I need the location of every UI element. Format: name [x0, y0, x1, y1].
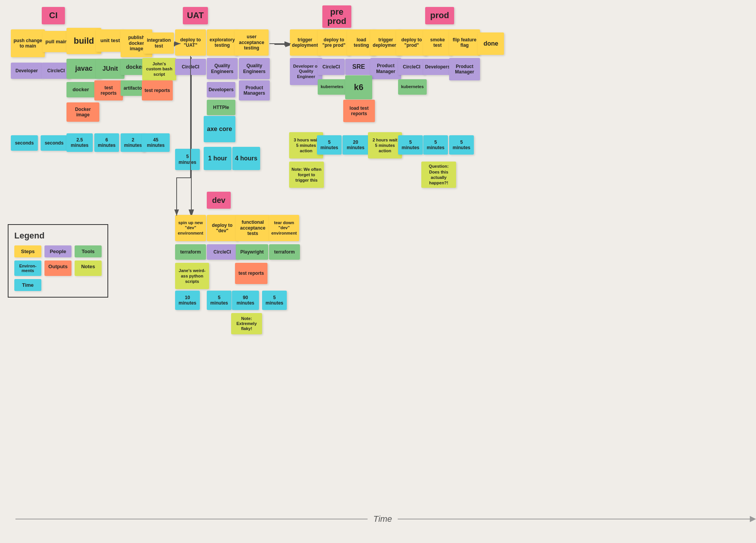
load-test-reports-sticky: load test reports	[343, 100, 375, 122]
junit-sticky: JUnit	[96, 59, 124, 79]
product-managers-sticky: Product Managers	[239, 80, 270, 100]
time-label: Time	[368, 514, 398, 524]
deploy-prod-sticky: deploy to "prod"	[396, 29, 427, 56]
axe-core-sticky: axe core	[204, 116, 235, 142]
legend-time: Time	[14, 279, 41, 291]
terraform-2-sticky: terraform	[269, 244, 300, 260]
developers-2-sticky: Developers	[423, 59, 452, 75]
dev-mins-10-sticky: 10 minutes	[175, 291, 200, 310]
section-preprod: preprod	[322, 5, 351, 28]
flow-arrows-svg	[0, 0, 756, 371]
unit-test-sticky: unit test	[96, 29, 124, 52]
legend-box: Legend Steps People Tools Environ-ments …	[8, 224, 108, 298]
circleci-1-sticky: CircleCI	[42, 63, 70, 79]
legend-tools: Tools	[75, 245, 102, 257]
circleci-3-sticky: CircleCI	[318, 59, 345, 75]
functional-tests-sticky: functional acceptance tests	[236, 215, 270, 241]
circleci-5-sticky: CircleCI	[207, 244, 238, 260]
spin-up-dev-sticky: spin up new "dev" environment	[175, 215, 206, 241]
preprod-mins-5b-sticky: 5 minutes	[398, 135, 423, 155]
janes-scripts-sticky: Jane's weird-ass python scripts	[175, 263, 209, 289]
preprod-mins-5d-sticky: 5 minutes	[449, 135, 474, 155]
time-line-2	[398, 519, 750, 519]
uat-hours-4-sticky: 4 hours	[232, 147, 260, 170]
legend-environments: Environ-ments	[14, 260, 41, 276]
time-axis: Time	[15, 510, 756, 528]
kubernetes-2-sticky: kubernetes	[398, 79, 427, 95]
deploy-dev-sticky: deploy to "dev"	[207, 215, 238, 241]
preprod-mins-5c-sticky: 5 minutes	[423, 135, 448, 155]
exploratory-testing-sticky: exploratory testing	[207, 29, 238, 56]
section-ci: CI	[42, 7, 65, 24]
flip-feature-flag-sticky: flip feature flag	[449, 29, 480, 56]
main-canvas: CI UAT preprod prod push change to main …	[0, 0, 756, 522]
quality-eng-2-sticky: Quality Engineers	[239, 58, 270, 79]
seconds-2-sticky: seconds	[41, 135, 68, 151]
tear-down-dev-sticky: tear down "dev" environment	[269, 215, 299, 241]
kubernetes-1-sticky: kubernetes	[318, 79, 346, 95]
httpie-sticky: HTTPIe	[207, 100, 235, 115]
preprod-time-2-sticky: 2 hours wait5 minutes action	[368, 132, 402, 158]
time-line	[15, 519, 368, 519]
preprod-mins-5-sticky: 5 minutes	[317, 135, 342, 155]
circleci-2-sticky: CircleCI	[175, 59, 206, 75]
mins-25-sticky: 2.5 minutes	[66, 133, 93, 152]
product-manager-1-sticky: Product Manager	[370, 58, 401, 79]
test-reports-1-sticky: test reports	[94, 80, 123, 100]
test-reports-3-sticky: test reports	[235, 263, 267, 284]
section-prod: prod	[425, 7, 454, 24]
dev-mins-5-sticky: 5 minutes	[207, 291, 232, 310]
push-change-sticky: push change to main	[11, 29, 45, 57]
done-sticky: done	[478, 32, 504, 55]
docker-image-sticky: Docker image	[66, 102, 99, 122]
developers-1-sticky: Developers	[207, 82, 235, 97]
terraform-1-sticky: terraform	[175, 244, 206, 260]
sre-sticky: SRE	[345, 59, 372, 75]
developer-person: Developer	[11, 63, 43, 79]
uat-hour-1-sticky: 1 hour	[204, 147, 232, 170]
legend-notes: Notes	[75, 260, 102, 276]
circleci-4-sticky: CircleCI	[398, 59, 425, 75]
user-acceptance-sticky: user acceptance testing	[235, 29, 269, 56]
legend-title: Legend	[14, 231, 102, 241]
note-question-sticky: Question: Does this actually happen?!	[421, 162, 456, 188]
legend-grid: Steps People Tools Environ-ments Outputs…	[14, 245, 102, 291]
legend-people: People	[44, 245, 72, 257]
quality-eng-1-sticky: Quality Engineers	[207, 58, 238, 79]
note-trigger-sticky: Note: We often forget to trigger this	[289, 162, 324, 188]
trigger-deployment-sticky: trigger deployment	[290, 29, 320, 56]
legend-outputs: Outputs	[44, 260, 72, 276]
product-manager-2-sticky: Product Manager	[449, 58, 480, 80]
deploy-uat-sticky: deploy to "UAT"	[175, 29, 206, 56]
seconds-1-sticky: seconds	[11, 135, 38, 151]
deploy-preprod-sticky: deploy to "pre prod"	[318, 29, 350, 56]
playwright-sticky: Playwright	[236, 244, 268, 260]
preprod-mins-20-sticky: 20 minutes	[342, 135, 369, 155]
section-uat: UAT	[183, 7, 208, 24]
dev-mins-5b-sticky: 5 minutes	[262, 291, 287, 310]
legend-steps: Steps	[14, 245, 41, 257]
uat-mins-5-sticky: 5 minutes	[175, 149, 200, 170]
mins-45-sticky: 45 minutes	[142, 133, 170, 152]
docker-tool2-sticky: docker	[66, 82, 95, 97]
time-arrow	[750, 516, 756, 522]
integration-test-sticky: integration test	[144, 32, 174, 54]
k6-sticky: k6	[345, 75, 372, 99]
dev-section-label-sticky: dev	[207, 192, 231, 209]
note-flaky-sticky: Note: Extremely flaky!	[231, 313, 262, 334]
johns-script-sticky: John's custom bash script	[142, 58, 176, 80]
mins-6-sticky: 6 minutes	[94, 133, 119, 152]
test-reports-2-sticky: test reports	[142, 80, 173, 100]
smoke-test-sticky: smoke test	[423, 29, 452, 56]
dev-mins-90-sticky: 90 minutes	[232, 291, 259, 310]
